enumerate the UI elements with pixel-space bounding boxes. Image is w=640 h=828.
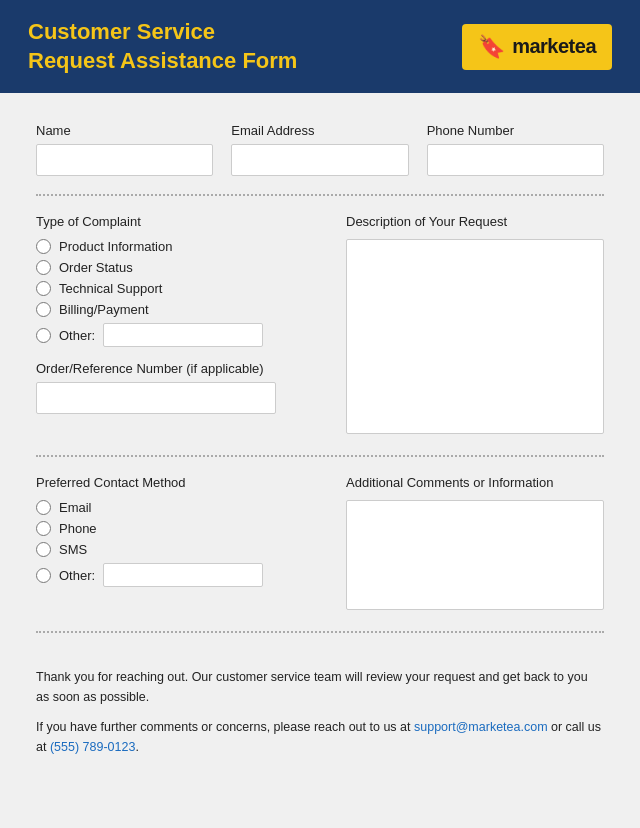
name-field-group: Name <box>36 123 213 176</box>
form-body: Name Email Address Phone Number Type of … <box>0 93 640 661</box>
footer-email-link[interactable]: support@marketea.com <box>414 720 548 734</box>
logo-box: 🔖 marketea <box>462 24 612 70</box>
name-input[interactable] <box>36 144 213 176</box>
other-contact-input[interactable] <box>103 563 263 587</box>
email-field-group: Email Address <box>231 123 408 176</box>
radio-billing-label: Billing/Payment <box>59 302 149 317</box>
radio-other-complaint[interactable]: Other: <box>36 323 326 347</box>
radio-technical-support[interactable]: Technical Support <box>36 281 326 296</box>
radio-order-status-input[interactable] <box>36 260 51 275</box>
complaint-row: Type of Complaint Product Information Or… <box>36 214 604 437</box>
radio-product-info[interactable]: Product Information <box>36 239 326 254</box>
phone-label: Phone Number <box>427 123 604 138</box>
radio-order-status-label: Order Status <box>59 260 133 275</box>
footer-line2-prefix: If you have further comments or concerns… <box>36 720 414 734</box>
radio-sms-contact[interactable]: SMS <box>36 542 326 557</box>
radio-sms-contact-input[interactable] <box>36 542 51 557</box>
other-complaint-input[interactable] <box>103 323 263 347</box>
page: Customer Service Request Assistance Form… <box>0 0 640 828</box>
contact-left: Preferred Contact Method Email Phone SMS <box>36 475 326 601</box>
radio-email-contact-label: Email <box>59 500 92 515</box>
divider-1 <box>36 194 604 196</box>
header: Customer Service Request Assistance Form… <box>0 0 640 93</box>
footer-line2: If you have further comments or concerns… <box>36 717 604 757</box>
divider-2 <box>36 455 604 457</box>
radio-technical-support-input[interactable] <box>36 281 51 296</box>
phone-input[interactable] <box>427 144 604 176</box>
radio-product-info-input[interactable] <box>36 239 51 254</box>
personal-info-row: Name Email Address Phone Number <box>36 123 604 176</box>
contact-row: Preferred Contact Method Email Phone SMS <box>36 475 604 613</box>
additional-right: Additional Comments or Information <box>346 475 604 613</box>
radio-email-contact[interactable]: Email <box>36 500 326 515</box>
header-title: Customer Service Request Assistance Form <box>28 18 297 75</box>
radio-other-contact[interactable]: Other: <box>36 563 326 587</box>
order-ref-input[interactable] <box>36 382 276 414</box>
complaint-section-label: Type of Complaint <box>36 214 326 229</box>
radio-other-contact-label: Other: <box>59 568 95 583</box>
radio-billing[interactable]: Billing/Payment <box>36 302 326 317</box>
radio-other-complaint-input[interactable] <box>36 328 51 343</box>
divider-3 <box>36 631 604 633</box>
description-right: Description of Your Request <box>346 214 604 437</box>
radio-other-contact-input[interactable] <box>36 568 51 583</box>
contact-radio-group: Email Phone SMS Other: <box>36 500 326 587</box>
contact-section-label: Preferred Contact Method <box>36 475 326 490</box>
radio-product-info-label: Product Information <box>59 239 172 254</box>
footer-phone-link[interactable]: (555) 789-0123 <box>50 740 135 754</box>
radio-billing-input[interactable] <box>36 302 51 317</box>
radio-sms-contact-label: SMS <box>59 542 87 557</box>
email-input[interactable] <box>231 144 408 176</box>
radio-email-contact-input[interactable] <box>36 500 51 515</box>
header-title-line1: Customer Service <box>28 19 215 44</box>
name-label: Name <box>36 123 213 138</box>
order-ref-label: Order/Reference Number (if applicable) <box>36 361 326 376</box>
email-label: Email Address <box>231 123 408 138</box>
complaint-left: Type of Complaint Product Information Or… <box>36 214 326 414</box>
logo-icon: 🔖 <box>478 34 505 60</box>
complaint-radio-group: Product Information Order Status Technic… <box>36 239 326 347</box>
logo-text: marketea <box>512 35 596 58</box>
description-label: Description of Your Request <box>346 214 604 229</box>
additional-textarea[interactable] <box>346 500 604 610</box>
radio-order-status[interactable]: Order Status <box>36 260 326 275</box>
additional-label: Additional Comments or Information <box>346 475 604 490</box>
footer-line1: Thank you for reaching out. Our customer… <box>36 667 604 707</box>
footer-text: Thank you for reaching out. Our customer… <box>0 661 640 757</box>
radio-phone-contact-input[interactable] <box>36 521 51 536</box>
radio-phone-contact-label: Phone <box>59 521 97 536</box>
phone-field-group: Phone Number <box>427 123 604 176</box>
header-title-line2: Request Assistance Form <box>28 48 297 73</box>
description-textarea[interactable] <box>346 239 604 434</box>
radio-other-complaint-label: Other: <box>59 328 95 343</box>
radio-phone-contact[interactable]: Phone <box>36 521 326 536</box>
radio-technical-support-label: Technical Support <box>59 281 162 296</box>
footer-line2-end: . <box>135 740 138 754</box>
